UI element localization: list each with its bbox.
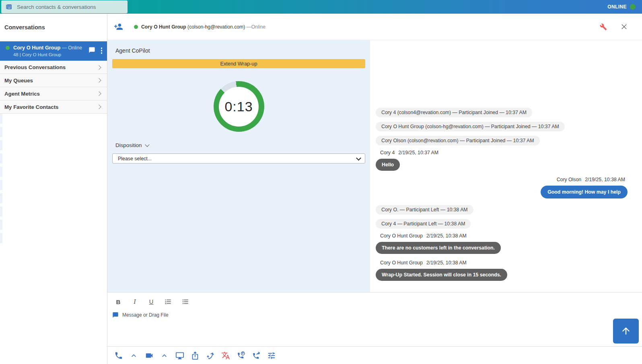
system-message: Cory 4 (colson4@revation.com) — Particip… [376, 108, 532, 117]
chevron-right-icon [97, 65, 101, 70]
sidebar-item-my-queues[interactable]: My Queues [0, 74, 107, 87]
sidebar-item-previous-conversations[interactable]: Previous Conversations [0, 61, 107, 74]
phone-call-button[interactable] [114, 351, 123, 360]
sidebar-edge-strip [0, 114, 2, 246]
conversation-status: — Online [62, 45, 82, 51]
conversation-name: Cory O Hunt Group — Online [13, 45, 88, 51]
message-sender-timestamp: Cory O Hunt Group2/19/25, 10:38 AM [380, 233, 628, 239]
incoming-message-bubble: Hello [376, 159, 400, 171]
call-park-button[interactable]: P [236, 351, 245, 360]
wrapup-timer-ring: 0:13 [214, 81, 264, 132]
translate-button[interactable] [221, 351, 230, 360]
incoming-message-bubble: There are no customers left in the conve… [376, 242, 501, 254]
close-icon[interactable] [621, 23, 628, 30]
chevron-right-icon [97, 91, 101, 96]
call-transfer-button[interactable] [251, 351, 261, 360]
format-toolbar: B I U [107, 292, 642, 305]
more-options-icon[interactable] [99, 47, 104, 55]
sidebar-item-label: My Queues [4, 78, 33, 84]
bold-button[interactable]: B [115, 299, 121, 305]
conversation-item-active[interactable]: Cory O Hunt Group — Online 48 | Cory O H… [0, 41, 107, 61]
arrow-up-icon [621, 326, 631, 336]
message-sender-timestamp: Cory Olson2/19/25, 10:38 AM [376, 177, 625, 182]
tools-wrench-icon[interactable] [600, 23, 607, 31]
ordered-list-icon [165, 298, 172, 305]
sidebar-item-my-favorite-contacts[interactable]: My Favorite Contacts [0, 100, 107, 114]
video-camera-icon [145, 351, 154, 360]
sidebar-item-label: Previous Conversations [4, 64, 66, 70]
call-park-icon: P [237, 351, 245, 360]
italic-button[interactable]: I [132, 298, 138, 305]
search-box[interactable] [1, 0, 128, 13]
system-message: Cory Olson (colson@revation.com) — Parti… [376, 136, 540, 145]
file-share-button[interactable] [190, 351, 200, 360]
conversation-subtitle: 48 | Cory O Hunt Group [13, 52, 88, 57]
settings-button[interactable] [267, 351, 276, 360]
call-transfer-icon [252, 351, 261, 360]
message-sender-timestamp: Cory 42/19/25, 10:37 AM [380, 150, 628, 155]
chevron-right-icon [97, 104, 101, 109]
video-call-button[interactable] [144, 351, 154, 360]
unordered-list-icon [182, 298, 189, 305]
chevron-down-icon [145, 142, 149, 147]
copilot-title: Agent CoPilot [115, 47, 365, 54]
screen-share-icon [175, 351, 184, 360]
search-input[interactable] [17, 4, 117, 10]
sidebar-item-label: My Favorite Contacts [4, 104, 58, 110]
chat-bubble-icon [112, 312, 119, 318]
phone-options-button[interactable] [129, 351, 138, 360]
svg-text:P: P [242, 352, 244, 355]
disposition-toggle[interactable]: Disposition [115, 142, 149, 148]
system-message: Cory O Hunt Group (colson-hg@revation.co… [376, 122, 565, 131]
agent-copilot-panel: Agent CoPilot Extend Wrap-up 0:13 Dispos… [107, 40, 370, 292]
sidebar-nav: Previous Conversations My Queues Agent M… [0, 61, 107, 114]
underline-button[interactable]: U [148, 299, 154, 305]
translate-icon [221, 351, 230, 360]
incoming-message-bubble: Wrap-Up Started. Session will close in 1… [376, 269, 507, 281]
sidebar-item-agent-metrics[interactable]: Agent Metrics [0, 87, 107, 100]
video-options-button[interactable] [160, 351, 169, 360]
message-input-placeholder: Message or Drag File [122, 312, 169, 318]
outgoing-message: Cory Olson2/19/25, 10:38 AMGood morning!… [376, 177, 628, 198]
send-button[interactable] [613, 319, 639, 344]
chat-title: Cory O Hunt Group (colson-hg@revation.co… [141, 24, 265, 30]
chevron-up-icon [131, 353, 137, 359]
share-file-icon [191, 351, 200, 360]
sidebar-title: Conversations [0, 14, 107, 41]
chat-bubble-icon[interactable] [88, 47, 95, 53]
sidebar: Conversations Cory O Hunt Group — Online… [0, 14, 107, 364]
disposition-label: Disposition [115, 142, 142, 148]
wrapup-timer-value: 0:13 [219, 87, 259, 127]
agent-status[interactable]: ONLINE [607, 4, 636, 10]
system-message: Cory O. — Participant Left — 10:38 AM [376, 205, 473, 215]
call-toolbar: P [107, 347, 642, 364]
message-sender-timestamp: Cory O Hunt Group2/19/25, 10:38 AM [380, 260, 628, 266]
copilot-boost-button[interactable] [206, 351, 215, 360]
ordered-list-button[interactable] [165, 298, 172, 305]
unordered-list-button[interactable] [182, 298, 189, 305]
online-status-dot [630, 4, 636, 10]
presence-dot [134, 25, 138, 29]
sliders-icon [267, 351, 276, 360]
sidebar-item-label: Agent Metrics [4, 91, 40, 97]
extend-wrapup-button[interactable]: Extend Wrap-up [112, 59, 365, 68]
top-bar: ONLINE [0, 0, 642, 14]
presence-dot [6, 46, 10, 50]
chevron-up-icon [161, 353, 167, 359]
agent-status-label: ONLINE [607, 4, 627, 10]
outgoing-message-bubble: Good morning! How may I help [541, 186, 628, 198]
directory-icon [5, 3, 12, 10]
chat-header: Cory O Hunt Group (colson-hg@revation.co… [107, 14, 642, 40]
screen-share-button[interactable] [175, 351, 184, 360]
system-message: Cory 4 — Participant Left — 10:38 AM [376, 219, 471, 229]
message-input[interactable]: Message or Drag File [112, 312, 642, 318]
disposition-select[interactable]: Please select... [112, 153, 365, 164]
sparkle-arrow-icon [206, 351, 215, 360]
compose-area: B I U Message or Drag File [107, 292, 642, 364]
message-list: Cory 4 (colson4@revation.com) — Particip… [370, 40, 642, 292]
phone-icon [114, 351, 123, 360]
chevron-right-icon [97, 78, 101, 82]
add-participant-icon[interactable] [114, 22, 123, 31]
